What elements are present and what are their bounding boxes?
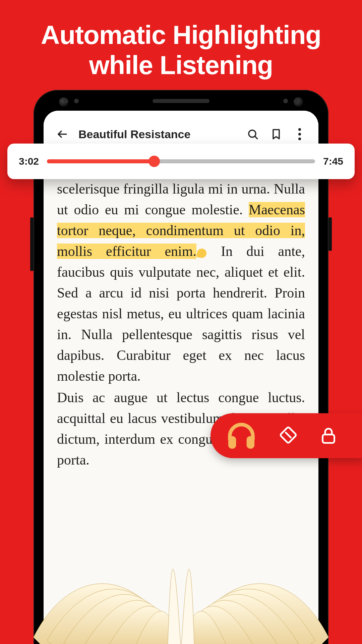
app-screen: Beautiful Resistance eleifend porttitor,… xyxy=(44,111,318,644)
reader-content[interactable]: eleifend porttitor, orci est vehicula ve… xyxy=(44,158,318,644)
svg-line-6 xyxy=(286,433,291,438)
headline-line1: Automatic Highlighting xyxy=(41,20,321,50)
total-time: 7:45 xyxy=(323,156,343,167)
svg-rect-4 xyxy=(247,436,254,449)
rotate-icon[interactable] xyxy=(278,425,298,446)
paragraph-1: eleifend porttitor, orci est vehicula ve… xyxy=(57,158,305,386)
bookmark-icon[interactable] xyxy=(269,127,284,142)
progress-track[interactable] xyxy=(47,159,315,163)
lock-icon[interactable] xyxy=(318,425,339,447)
marketing-headline: Automatic Highlighting while Listening xyxy=(0,0,362,80)
audio-toolbar xyxy=(210,413,362,458)
highlight-cursor-icon xyxy=(196,248,207,259)
progress-thumb[interactable] xyxy=(148,156,160,167)
svg-rect-3 xyxy=(228,436,236,449)
elapsed-time: 3:02 xyxy=(19,156,39,167)
back-icon[interactable] xyxy=(55,127,70,142)
headline-line2: while Listening xyxy=(89,50,273,80)
progress-fill xyxy=(47,159,154,163)
more-icon[interactable] xyxy=(292,127,307,142)
headphones-icon[interactable] xyxy=(225,418,258,453)
search-icon[interactable] xyxy=(245,127,260,142)
svg-line-2 xyxy=(255,136,257,139)
svg-rect-7 xyxy=(323,435,335,443)
book-title: Beautiful Resistance xyxy=(78,128,237,141)
playback-progress: 3:02 7:45 xyxy=(7,144,355,179)
